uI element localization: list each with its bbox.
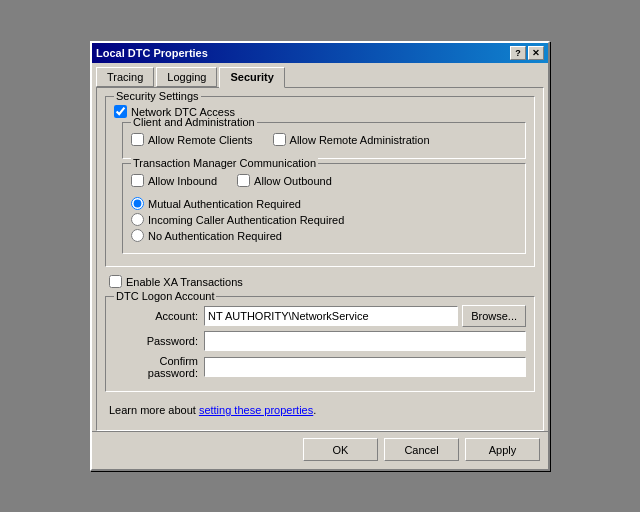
- account-input[interactable]: [204, 306, 458, 326]
- network-dtc-checkbox[interactable]: [114, 105, 127, 118]
- dtc-logon-group: DTC Logon Account Account: Browse... Pas…: [105, 296, 535, 392]
- no-auth-label: No Authentication Required: [148, 230, 282, 242]
- transaction-manager-group: Transaction Manager Communication Allow …: [122, 163, 526, 254]
- window: Local DTC Properties ? ✕ Tracing Logging…: [90, 41, 550, 471]
- learn-more-period: .: [313, 404, 316, 416]
- incoming-caller-label: Incoming Caller Authentication Required: [148, 214, 344, 226]
- apply-button[interactable]: Apply: [465, 438, 540, 461]
- incoming-caller-radio[interactable]: [131, 213, 144, 226]
- allow-remote-admin-checkbox[interactable]: [273, 133, 286, 146]
- mutual-auth-label: Mutual Authentication Required: [148, 198, 301, 210]
- allow-remote-admin-label: Allow Remote Administration: [290, 134, 430, 146]
- account-row: Account: Browse...: [114, 305, 526, 327]
- password-row: Password:: [114, 331, 526, 351]
- password-input[interactable]: [204, 331, 526, 351]
- close-button[interactable]: ✕: [528, 46, 544, 60]
- browse-button[interactable]: Browse...: [462, 305, 526, 327]
- client-admin-content: Allow Remote Clients Allow Remote Admini…: [131, 133, 517, 150]
- transaction-manager-content: Allow Inbound Allow Outbound Mutual Auth…: [131, 174, 517, 242]
- titlebar-controls: ? ✕: [510, 46, 544, 60]
- enable-xa-checkbox[interactable]: [109, 275, 122, 288]
- client-admin-options: Allow Remote Clients Allow Remote Admini…: [131, 133, 517, 150]
- account-label: Account:: [114, 310, 204, 322]
- confirm-password-row: Confirm password:: [114, 355, 526, 379]
- client-admin-group: Client and Administration Allow Remote C…: [122, 122, 526, 159]
- confirm-password-input[interactable]: [204, 357, 526, 377]
- tab-bar: Tracing Logging Security: [92, 63, 548, 87]
- tab-logging[interactable]: Logging: [156, 67, 217, 87]
- allow-outbound-checkbox[interactable]: [237, 174, 250, 187]
- dtc-logon-content: Account: Browse... Password: Confirm pas…: [114, 305, 526, 379]
- security-settings-content: Network DTC Access Client and Administra…: [114, 105, 526, 254]
- help-button[interactable]: ?: [510, 46, 526, 60]
- allow-outbound-row: Allow Outbound: [237, 174, 332, 187]
- learn-more-section: Learn more about setting these propertie…: [105, 400, 535, 422]
- learn-more-text: Learn more about: [109, 404, 199, 416]
- allow-remote-clients-label: Allow Remote Clients: [148, 134, 253, 146]
- mutual-auth-radio[interactable]: [131, 197, 144, 210]
- no-auth-radio[interactable]: [131, 229, 144, 242]
- enable-xa-row: Enable XA Transactions: [105, 275, 535, 288]
- allow-inbound-row: Allow Inbound: [131, 174, 217, 187]
- allow-inbound-checkbox[interactable]: [131, 174, 144, 187]
- button-row: OK Cancel Apply: [92, 431, 548, 469]
- password-label: Password:: [114, 335, 204, 347]
- transaction-manager-title: Transaction Manager Communication: [131, 157, 318, 169]
- window-title: Local DTC Properties: [96, 47, 208, 59]
- security-settings-group: Security Settings Network DTC Access Cli…: [105, 96, 535, 267]
- ok-button[interactable]: OK: [303, 438, 378, 461]
- client-admin-title: Client and Administration: [131, 116, 257, 128]
- allow-remote-clients-checkbox[interactable]: [131, 133, 144, 146]
- titlebar: Local DTC Properties ? ✕: [92, 43, 548, 63]
- incoming-caller-row: Incoming Caller Authentication Required: [131, 213, 517, 226]
- no-auth-row: No Authentication Required: [131, 229, 517, 242]
- allow-remote-admin-row: Allow Remote Administration: [273, 133, 430, 146]
- mutual-auth-row: Mutual Authentication Required: [131, 197, 517, 210]
- cancel-button[interactable]: Cancel: [384, 438, 459, 461]
- confirm-password-label: Confirm password:: [114, 355, 204, 379]
- enable-xa-label: Enable XA Transactions: [126, 276, 243, 288]
- allow-inbound-label: Allow Inbound: [148, 175, 217, 187]
- security-settings-title: Security Settings: [114, 90, 201, 102]
- learn-more-link[interactable]: setting these properties: [199, 404, 313, 416]
- inbound-outbound-row: Allow Inbound Allow Outbound: [131, 174, 517, 191]
- tab-security[interactable]: Security: [219, 67, 284, 88]
- allow-outbound-label: Allow Outbound: [254, 175, 332, 187]
- tab-tracing[interactable]: Tracing: [96, 67, 154, 87]
- dtc-logon-title: DTC Logon Account: [114, 290, 216, 302]
- tab-content-security: Security Settings Network DTC Access Cli…: [96, 87, 544, 431]
- allow-remote-clients-row: Allow Remote Clients: [131, 133, 253, 146]
